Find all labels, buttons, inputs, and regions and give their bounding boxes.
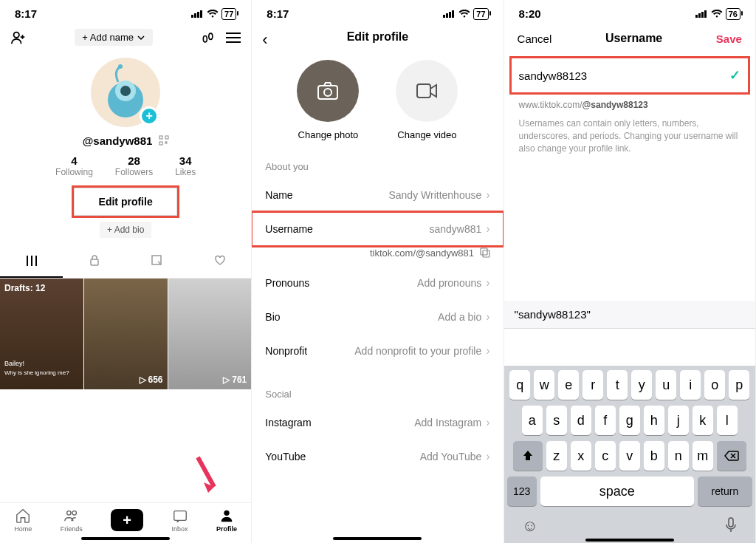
key-u[interactable]: u [656,370,676,400]
username-input-wrap: ✓ [512,58,748,92]
key-x[interactable]: x [571,441,591,471]
instagram-row[interactable]: Instagram Add Instagram› [252,406,503,440]
svg-rect-19 [417,84,430,98]
edit-header: ‹ Edit profile [252,24,503,49]
time: 8:17 [267,7,289,20]
key-v[interactable]: v [619,441,640,471]
key-c[interactable]: c [595,441,616,471]
add-friend-icon[interactable] [10,30,27,46]
username-input[interactable] [519,69,729,82]
video-thumb-drafts[interactable]: Drafts: 12 Bailey! Why is she ignoring m… [0,279,83,389]
svg-point-2 [209,33,213,39]
svg-rect-21 [481,248,487,255]
key-e[interactable]: e [558,370,579,400]
key-d[interactable]: d [571,406,591,435]
qr-icon[interactable] [159,135,169,146]
likes-stat[interactable]: 34Likes [175,154,196,177]
key-h[interactable]: h [644,406,664,435]
content-tabs [0,248,251,279]
drafts-label: Drafts: 12 [4,283,45,293]
key-f[interactable]: f [595,406,616,435]
tab-repost[interactable] [126,248,188,278]
cancel-button[interactable]: Cancel [518,33,552,45]
nav-home[interactable]: Home [14,508,32,533]
mic-key[interactable] [724,516,738,537]
tab-feed[interactable] [0,248,63,278]
edit-profile-screen: 8:17 77 ‹ Edit profile Change photo Chan… [252,0,504,543]
key-p[interactable]: p [729,370,749,400]
bio-row[interactable]: Bio Add a bio› [252,300,503,334]
nav-friends[interactable]: Friends [61,508,83,533]
edit-profile-button[interactable]: Edit profile [74,188,177,216]
chevron-right-icon: › [486,416,489,429]
change-photo[interactable]: Change photo [297,60,359,140]
svg-point-0 [14,32,19,37]
key-n[interactable]: n [668,441,689,471]
key-l[interactable]: l [717,406,738,435]
nav-create[interactable]: + [111,509,143,531]
svg-point-1 [204,35,207,41]
key-q[interactable]: q [509,370,530,400]
signal-icon [695,10,707,18]
name-row[interactable]: Name Sandy Writtenhouse› [252,178,503,212]
video-thumb[interactable]: ▷761 [168,279,252,389]
tab-liked[interactable] [188,248,251,278]
pronouns-row[interactable]: Pronouns Add pronouns› [252,266,503,300]
menu-icon[interactable] [226,33,241,43]
svg-rect-11 [91,259,98,265]
key-m[interactable]: m [693,441,713,471]
key-a[interactable]: a [522,406,543,435]
keyboard-suggestion[interactable]: "sandyw88123" [504,301,755,329]
add-avatar-badge[interactable]: + [140,106,159,126]
profile-url: www.tiktok.com/@sandyw88123 [504,92,755,115]
return-key[interactable]: return [698,477,752,506]
key-j[interactable]: j [668,406,689,435]
profile-screen: 8:17 77 + Add name + @sandyw881 [0,0,252,543]
username-handle: @sandyw881 [0,134,251,147]
svg-rect-17 [318,86,337,99]
key-s[interactable]: s [546,406,567,435]
nav-inbox[interactable]: Inbox [172,508,188,533]
numbers-key[interactable]: 123 [507,477,537,506]
back-button[interactable]: ‹ [262,30,267,49]
backspace-key[interactable] [717,441,746,471]
help-text: Usernames can contain only letters, numb… [504,115,755,157]
following-stat[interactable]: 4Following [55,154,93,177]
keyboard: qwertyuiop asdfghjkl zxcvbnm 123 space r… [504,366,755,543]
key-g[interactable]: g [619,406,640,435]
stats-row: 4Following 28Followers 34Likes [0,154,251,177]
tab-locked[interactable] [63,248,126,278]
key-t[interactable]: t [607,370,628,400]
battery-icon: 77 [221,8,236,20]
emoji-key[interactable]: ☺ [522,516,538,537]
space-key[interactable]: space [540,477,694,506]
svg-point-6 [118,64,123,69]
key-w[interactable]: w [534,370,554,400]
key-i[interactable]: i [680,370,701,400]
key-o[interactable]: o [704,370,725,400]
add-bio-button[interactable]: + Add bio [100,222,151,238]
avatar[interactable]: + [91,58,160,127]
video-thumb[interactable]: ▷656 [84,279,168,389]
key-b[interactable]: b [644,441,664,471]
svg-point-16 [224,510,229,516]
save-button[interactable]: Save [716,33,742,45]
about-you-header: About you [252,140,503,178]
add-name-button[interactable]: + Add name [75,29,153,46]
nav-profile[interactable]: Profile [216,508,237,533]
key-k[interactable]: k [693,406,713,435]
shift-key[interactable] [513,441,543,471]
key-z[interactable]: z [546,441,567,471]
footprint-icon[interactable] [201,30,216,45]
username-header: Cancel Username Save [504,24,755,48]
key-y[interactable]: y [631,370,652,400]
copy-icon[interactable] [480,247,490,258]
change-video[interactable]: Change video [396,60,458,140]
key-r[interactable]: r [583,370,603,400]
nonprofit-row[interactable]: Nonprofit Add nonprofit to your profile› [252,334,503,368]
chevron-right-icon: › [486,344,489,358]
media-row: Change photo Change video [252,60,503,140]
followers-stat[interactable]: 28Followers [115,154,153,177]
youtube-row[interactable]: YouTube Add YouTube› [252,440,503,474]
username-row[interactable]: Username sandyw881› [252,212,503,246]
